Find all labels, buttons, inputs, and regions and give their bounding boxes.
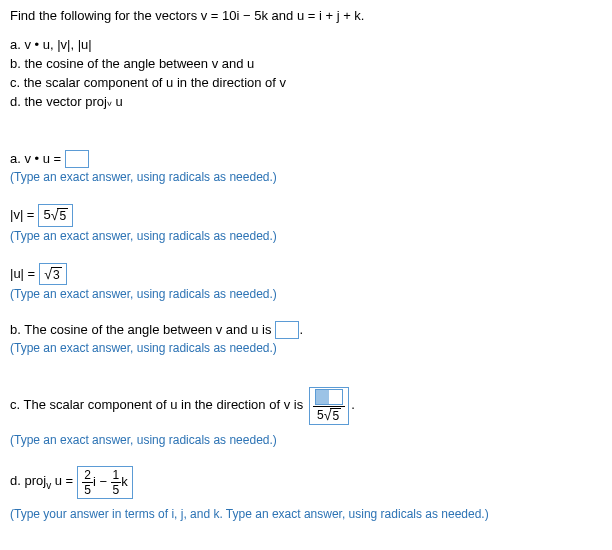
hint-a: (Type an exact answer, using radicals as… bbox=[10, 170, 602, 186]
hint-b: (Type an exact answer, using radicals as… bbox=[10, 341, 602, 357]
answer-c-num-input[interactable] bbox=[315, 389, 343, 405]
answer-c-suffix: . bbox=[351, 397, 355, 414]
mag-v-rad: 5 bbox=[57, 208, 68, 223]
hint-d: (Type your answer in terms of i, j, and … bbox=[10, 507, 602, 523]
hint-c: (Type an exact answer, using radicals as… bbox=[10, 433, 602, 449]
answer-b-label: b. The cosine of the angle between v and… bbox=[10, 322, 271, 339]
item-a: a. v • u, |v|, |u| bbox=[10, 37, 602, 54]
answer-b-input[interactable] bbox=[275, 321, 299, 339]
d-mid1: i − bbox=[93, 474, 107, 489]
question-intro: Find the following for the vectors v = 1… bbox=[10, 8, 602, 25]
mag-v-label: |v| = bbox=[10, 207, 34, 224]
mag-u-input[interactable]: √3 bbox=[39, 263, 66, 286]
mag-v-pre: 5 bbox=[43, 207, 50, 222]
hint-mag-u: (Type an exact answer, using radicals as… bbox=[10, 287, 602, 303]
hint-mag-v: (Type an exact answer, using radicals as… bbox=[10, 229, 602, 245]
d-frac2-num: 1 bbox=[111, 469, 122, 482]
answer-c-label: c. The scalar component of u in the dire… bbox=[10, 397, 303, 414]
answer-b-suffix: . bbox=[299, 322, 303, 339]
mag-v-input[interactable]: 5√5 bbox=[38, 204, 73, 227]
d-frac1-num: 2 bbox=[82, 469, 93, 482]
c-den-pre: 5 bbox=[317, 407, 324, 421]
d-frac1-den: 5 bbox=[82, 482, 93, 496]
d-frac2-den: 5 bbox=[111, 482, 122, 496]
d-mid2: k bbox=[121, 474, 128, 489]
answer-d-input[interactable]: 2 5 i − 1 5 k bbox=[77, 466, 133, 499]
answer-d-label: d. projv u = bbox=[10, 473, 73, 492]
mag-u-label: |u| = bbox=[10, 266, 35, 283]
mag-u-rad: 3 bbox=[51, 267, 62, 282]
answer-a-label: a. v • u = bbox=[10, 151, 61, 168]
c-den-rad: 5 bbox=[330, 408, 341, 423]
answer-a-input[interactable] bbox=[65, 150, 89, 168]
item-c: c. the scalar component of u in the dire… bbox=[10, 75, 602, 92]
answer-c-input[interactable]: 5√5 bbox=[309, 387, 349, 425]
item-b: b. the cosine of the angle between v and… bbox=[10, 56, 602, 73]
item-d: d. the vector projᵥ u bbox=[10, 94, 602, 111]
